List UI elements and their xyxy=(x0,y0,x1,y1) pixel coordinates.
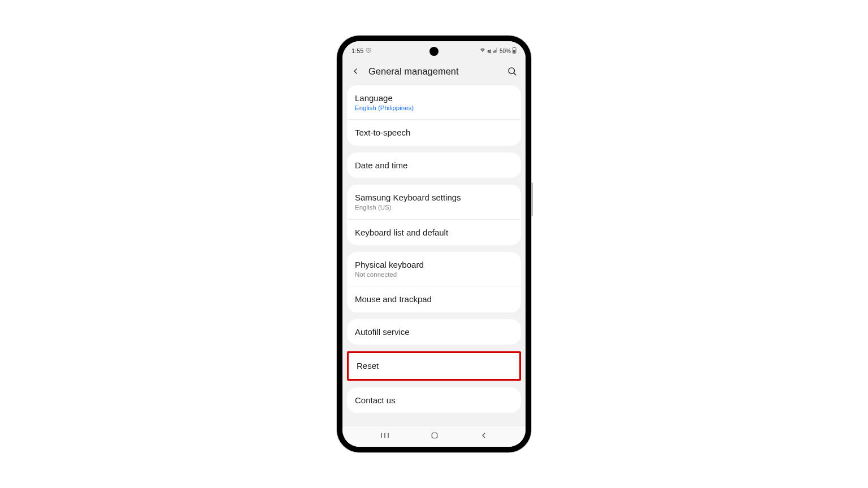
settings-item[interactable]: Contact us xyxy=(347,387,521,413)
settings-item[interactable]: Samsung Keyboard settingsEnglish (US) xyxy=(347,185,521,219)
settings-item[interactable]: Keyboard list and default xyxy=(347,220,521,246)
settings-group: LanguageEnglish (Philippines)Text-to-spe… xyxy=(347,85,521,146)
item-title: Date and time xyxy=(355,160,513,171)
settings-item[interactable]: LanguageEnglish (Philippines) xyxy=(347,85,521,120)
item-subtitle: English (US) xyxy=(355,204,513,212)
back-icon[interactable] xyxy=(350,66,361,76)
settings-item[interactable]: Mouse and trackpad xyxy=(347,286,521,312)
app-header: General management xyxy=(342,57,526,85)
settings-item[interactable]: Autofill service xyxy=(347,319,521,345)
item-title: Text-to-speech xyxy=(355,127,513,138)
screen: 1:55 ⩿ 50% xyxy=(342,41,526,447)
navigation-bar xyxy=(342,426,526,447)
item-title: Language xyxy=(355,93,513,104)
item-title: Reset xyxy=(357,360,511,372)
svg-line-5 xyxy=(514,73,516,75)
settings-group: Date and time xyxy=(347,152,521,178)
item-title: Mouse and trackpad xyxy=(355,294,513,305)
settings-item[interactable]: Date and time xyxy=(347,152,521,178)
settings-item[interactable]: Physical keyboardNot connected xyxy=(347,252,521,286)
battery-icon xyxy=(512,47,517,55)
status-time: 1:55 xyxy=(351,47,363,54)
camera-notch xyxy=(429,47,439,56)
side-button xyxy=(531,182,533,216)
alarm-icon xyxy=(366,47,371,54)
svg-rect-3 xyxy=(513,50,515,53)
settings-group: Autofill service xyxy=(347,319,521,345)
search-icon[interactable] xyxy=(506,66,518,77)
settings-group: Physical keyboardNot connectedMouse and … xyxy=(347,252,521,312)
item-subtitle: English (Philippines) xyxy=(355,104,513,112)
wifi-icon xyxy=(479,47,486,54)
svg-rect-2 xyxy=(514,47,515,47)
item-title: Contact us xyxy=(355,395,513,406)
settings-list: LanguageEnglish (Philippines)Text-to-spe… xyxy=(342,85,526,413)
item-title: Autofill service xyxy=(355,326,513,338)
item-title: Physical keyboard xyxy=(355,259,513,271)
settings-item[interactable]: Text-to-speech xyxy=(347,120,521,146)
svg-rect-9 xyxy=(432,433,437,438)
recents-icon[interactable] xyxy=(380,430,390,443)
volte-icon: ⩿ xyxy=(487,48,492,54)
nav-back-icon[interactable] xyxy=(479,431,488,442)
item-title: Keyboard list and default xyxy=(355,227,513,238)
settings-group: Samsung Keyboard settingsEnglish (US)Key… xyxy=(347,185,521,245)
signal-icon xyxy=(493,47,498,54)
home-icon[interactable] xyxy=(430,431,439,442)
item-title: Samsung Keyboard settings xyxy=(355,192,513,203)
settings-group: Reset xyxy=(347,351,521,381)
item-subtitle: Not connected xyxy=(355,271,513,279)
settings-group: Contact us xyxy=(347,387,521,413)
page-title: General management xyxy=(368,66,498,77)
battery-text: 50% xyxy=(500,48,511,54)
settings-item[interactable]: Reset xyxy=(349,353,519,379)
phone-frame: 1:55 ⩿ 50% xyxy=(337,36,531,452)
